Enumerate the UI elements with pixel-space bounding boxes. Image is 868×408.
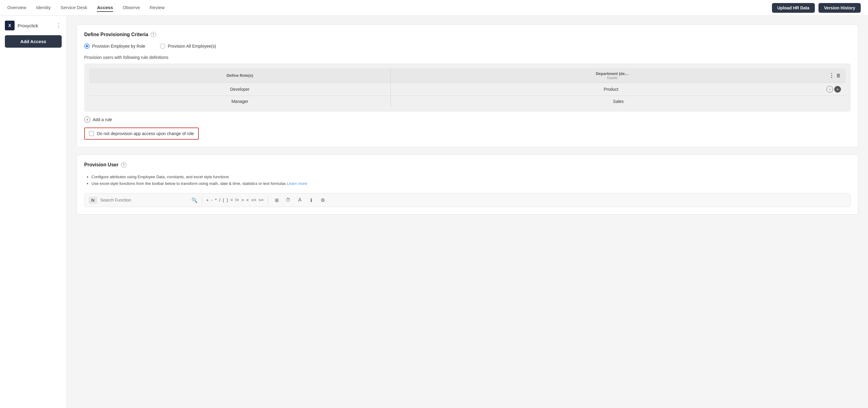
search-function-wrap: 🔍: [100, 197, 197, 203]
fx-badge: fx: [89, 197, 97, 204]
provisioning-help-icon[interactable]: ?: [151, 32, 156, 37]
role-cell-manager: Manager: [89, 96, 391, 107]
add-row-button[interactable]: +: [834, 86, 841, 93]
op-equals[interactable]: =: [230, 198, 233, 202]
info-icon-button[interactable]: ℹ: [307, 196, 315, 204]
deprovision-checkbox[interactable]: [89, 131, 94, 136]
op-multiply[interactable]: *: [215, 198, 216, 202]
func-separator-2: [268, 197, 268, 203]
col-department-header: Department (de… Equals ⋮ 🗑: [391, 68, 846, 83]
sidebar-logo: X: [5, 21, 14, 30]
table-row: Developer Product − +: [89, 83, 846, 96]
add-rule-icon: +: [84, 116, 90, 123]
provisioning-criteria-title: Define Provisioning Criteria ?: [84, 32, 851, 37]
nav-links: Overview Identity Service Desk Access Ob…: [7, 4, 165, 12]
rules-table: Define Role(s) Department (de… Equals: [89, 68, 846, 107]
table-row: Manager Sales: [89, 96, 846, 107]
search-icon: 🔍: [191, 197, 197, 203]
radio-dot-by-role: [86, 45, 88, 47]
nav-actions: Upload HR Data Version History: [772, 3, 861, 13]
nav-identity[interactable]: Identity: [36, 4, 51, 12]
radio-circle-by-role: [84, 43, 90, 49]
role-cell-developer: Developer: [89, 83, 391, 96]
op-greater[interactable]: >: [241, 198, 244, 202]
nav-access[interactable]: Access: [97, 4, 113, 12]
sidebar-logo-area: X Proxyclick: [5, 21, 38, 30]
op-greater-equals[interactable]: >=: [259, 198, 264, 202]
func-operators: + - * / ( ) = != > < <= >=: [206, 198, 264, 202]
deprovision-checkbox-row[interactable]: Do not deprovision app access upon chang…: [84, 128, 199, 140]
bullet-1: Configure attributes using Employee Data…: [91, 174, 851, 180]
radio-provision-by-role[interactable]: Provision Employee by Role: [84, 43, 145, 49]
op-not-equals[interactable]: !=: [235, 198, 239, 202]
sidebar-header: X Proxyclick ⋮: [5, 21, 62, 30]
function-bar: fx 🔍 + - * / ( ) = != > < <=: [84, 193, 851, 207]
op-open-paren[interactable]: (: [223, 198, 224, 202]
add-rule[interactable]: + Add a rule: [84, 116, 851, 123]
col-delete-button[interactable]: 🗑: [836, 73, 841, 78]
provision-rule-text: Provision users with following rule defi…: [84, 55, 851, 60]
clock-icon-button[interactable]: ⏱: [284, 196, 292, 204]
col-actions: ⋮ 🗑: [829, 72, 841, 79]
rules-table-wrap: Define Role(s) Department (de… Equals: [84, 63, 851, 112]
grid-icon-button[interactable]: ⊞: [272, 196, 281, 204]
upload-hr-data-button[interactable]: Upload HR Data: [772, 3, 815, 13]
learn-more-link[interactable]: Learn more: [287, 181, 307, 186]
op-plus[interactable]: +: [206, 198, 209, 202]
dept-cell-product: Product − +: [391, 83, 846, 96]
op-minus[interactable]: -: [211, 198, 213, 202]
main-content: Define Provisioning Criteria ? Provision…: [67, 16, 868, 408]
provision-user-card: Provision User ? Configure attributes us…: [76, 155, 858, 215]
main-layout: X Proxyclick ⋮ Add Access Define Provisi…: [0, 16, 868, 408]
remove-row-button[interactable]: −: [826, 86, 833, 93]
font-icon-button[interactable]: A: [296, 196, 304, 204]
add-access-button[interactable]: Add Access: [5, 35, 62, 48]
nav-review[interactable]: Review: [150, 4, 165, 12]
provision-user-bullets: Configure attributes using Employee Data…: [84, 174, 851, 187]
row-actions-1: − +: [826, 86, 841, 93]
op-less-equals[interactable]: <=: [251, 198, 256, 202]
radio-circle-all-employees: [160, 43, 165, 49]
provision-user-title: Provision User ?: [84, 162, 851, 168]
nav-observe[interactable]: Observe: [123, 4, 140, 12]
sidebar-more-icon[interactable]: ⋮: [56, 22, 62, 29]
version-history-button[interactable]: Version History: [818, 3, 861, 13]
col-more-icon[interactable]: ⋮: [829, 72, 834, 79]
op-close-paren[interactable]: ): [226, 198, 228, 202]
sidebar: X Proxyclick ⋮ Add Access: [0, 16, 67, 408]
bullet-2: Use excel-style functions from the toolb…: [91, 180, 851, 187]
radio-group: Provision Employee by Role Provision All…: [84, 43, 851, 49]
top-nav: Overview Identity Service Desk Access Ob…: [0, 0, 868, 16]
provision-user-help-icon[interactable]: ?: [121, 162, 126, 168]
search-function-input[interactable]: [100, 198, 190, 202]
radio-provision-all-employees[interactable]: Provision All Employee(s): [160, 43, 216, 49]
sidebar-app-name: Proxyclick: [18, 23, 38, 28]
provisioning-criteria-card: Define Provisioning Criteria ? Provision…: [76, 24, 858, 147]
dept-cell-sales: Sales: [391, 96, 846, 107]
settings-icon-button[interactable]: ⚙: [318, 196, 327, 204]
op-divide[interactable]: /: [219, 198, 220, 202]
nav-service-desk[interactable]: Service Desk: [60, 4, 87, 12]
op-less[interactable]: <: [246, 198, 249, 202]
func-separator: [202, 197, 202, 203]
col-define-roles-header: Define Role(s): [89, 68, 391, 83]
deprovision-label: Do not deprovision app access upon chang…: [97, 131, 194, 136]
nav-overview[interactable]: Overview: [7, 4, 26, 12]
